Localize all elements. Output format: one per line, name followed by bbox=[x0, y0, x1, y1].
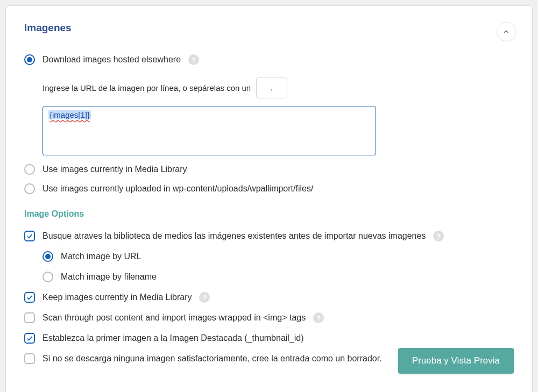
options-block: Busque atraves la biblioteca de medios l… bbox=[24, 231, 514, 364]
checkbox-keep[interactable] bbox=[24, 292, 35, 303]
checkbox-featured-label: Establezca la primer imagen a la Imagen … bbox=[43, 333, 304, 343]
opt-row-keep: Keep images currently in Media Library ? bbox=[24, 292, 514, 303]
opt-row-search-existing: Busque atraves la biblioteca de medios l… bbox=[24, 231, 514, 241]
checkbox-search-existing[interactable] bbox=[24, 231, 35, 241]
checkbox-scan-label: Scan through post content and import ima… bbox=[43, 313, 306, 323]
help-icon[interactable]: ? bbox=[199, 292, 210, 303]
checkbox-draft[interactable] bbox=[24, 353, 35, 364]
checkbox-featured[interactable] bbox=[24, 333, 35, 344]
radio-media-library-label: Use images currently in Media Library bbox=[43, 165, 187, 174]
separator-input[interactable]: , bbox=[256, 77, 287, 98]
help-icon[interactable]: ? bbox=[313, 312, 324, 323]
images-panel: Imagenes Download images hosted elsewher… bbox=[5, 5, 533, 392]
images-url-textarea[interactable]: {images[1]} bbox=[43, 106, 376, 155]
radio-download[interactable] bbox=[24, 54, 35, 65]
opt-row-scan: Scan through post content and import ima… bbox=[24, 312, 514, 323]
radio-uploads[interactable] bbox=[24, 183, 35, 194]
radio-download-label: Download images hosted elsewhere bbox=[43, 55, 181, 65]
url-instruction-text: Ingrese la URL de la imagen por línea, o… bbox=[43, 83, 251, 92]
radio-row-uploads: Use images currently uploaded in wp-cont… bbox=[24, 183, 514, 194]
radio-uploads-label: Use images currently uploaded in wp-cont… bbox=[43, 184, 313, 194]
radio-match-url-label: Match image by URL bbox=[61, 252, 141, 261]
checkbox-scan[interactable] bbox=[24, 312, 35, 323]
textarea-wrap: {images[1]} bbox=[24, 106, 514, 155]
help-icon[interactable]: ? bbox=[188, 54, 199, 65]
checkbox-draft-label: Si no se descarga ninguna imagen satisfa… bbox=[43, 354, 382, 364]
radio-row-download: Download images hosted elsewhere ? bbox=[24, 54, 514, 65]
checkbox-search-existing-label: Busque atraves la biblioteca de medios l… bbox=[43, 231, 426, 241]
chevron-up-icon bbox=[502, 28, 510, 35]
radio-match-filename[interactable] bbox=[43, 272, 53, 282]
preview-button[interactable]: Prueba y Vista Previa bbox=[398, 348, 514, 374]
opt-row-featured: Establezca la primer imagen a la Imagen … bbox=[24, 333, 514, 344]
radio-match-filename-label: Match image by filename bbox=[61, 272, 157, 282]
radio-row-match-filename: Match image by filename bbox=[24, 272, 514, 282]
textarea-token: {images[1]} bbox=[48, 110, 91, 119]
collapse-button[interactable] bbox=[497, 22, 516, 41]
radio-row-medialib: Use images currently in Media Library bbox=[24, 164, 514, 175]
url-instruction-row: Ingrese la URL de la imagen por línea, o… bbox=[24, 77, 514, 98]
help-icon[interactable]: ? bbox=[433, 231, 444, 241]
radio-row-match-url: Match image by URL bbox=[24, 251, 514, 262]
checkbox-keep-label: Keep images currently in Media Library bbox=[43, 293, 192, 302]
radio-media-library[interactable] bbox=[24, 164, 35, 175]
image-options-heading: Image Options bbox=[24, 209, 514, 219]
panel-title: Imagenes bbox=[24, 22, 514, 34]
radio-match-url[interactable] bbox=[43, 251, 53, 262]
